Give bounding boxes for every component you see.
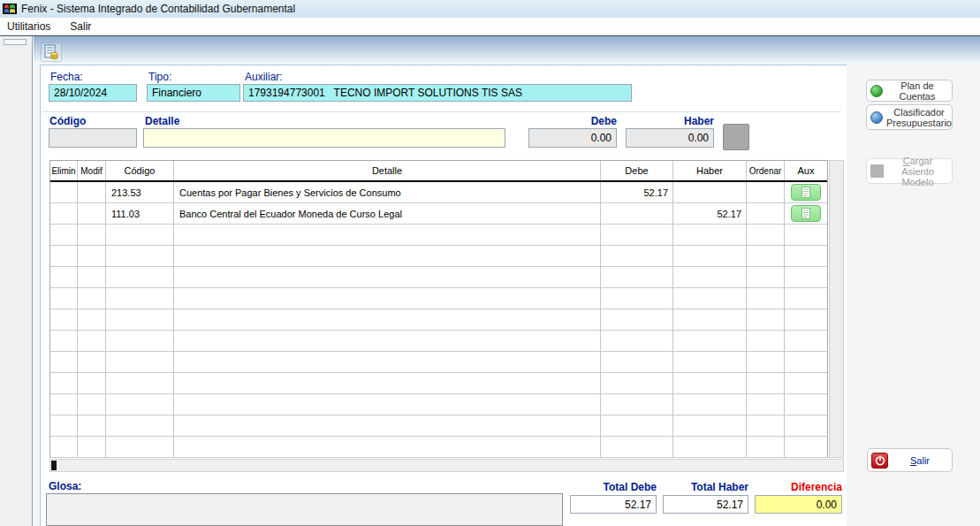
cell-modif[interactable] (78, 182, 106, 203)
empty-cell[interactable] (747, 437, 785, 458)
empty-cell[interactable] (785, 437, 827, 458)
fecha-input[interactable]: 28/10/2024 (49, 84, 137, 102)
empty-cell[interactable] (673, 225, 747, 246)
empty-cell[interactable] (601, 415, 673, 437)
empty-cell[interactable] (50, 352, 78, 373)
empty-cell[interactable] (106, 267, 174, 288)
empty-cell[interactable] (78, 415, 106, 437)
table-empty-row[interactable] (50, 331, 827, 352)
empty-cell[interactable] (785, 394, 827, 415)
empty-cell[interactable] (106, 437, 174, 458)
empty-cell[interactable] (673, 331, 747, 352)
table-empty-row[interactable] (50, 288, 827, 309)
table-empty-row[interactable] (50, 437, 827, 458)
empty-cell[interactable] (106, 394, 174, 415)
empty-cell[interactable] (747, 225, 785, 246)
empty-cell[interactable] (785, 246, 827, 267)
empty-cell[interactable] (601, 267, 673, 288)
empty-cell[interactable] (673, 288, 747, 309)
glosa-textarea[interactable]: Pago del Comprobante : GAS-2024-OCT-0001… (46, 493, 563, 526)
empty-cell[interactable] (106, 331, 174, 352)
auxiliar-input[interactable]: 1793194773001 TECNO IMPORT SOLUTIONS TIS… (243, 84, 632, 102)
cell-ordenar[interactable] (747, 182, 785, 203)
empty-cell[interactable] (50, 373, 78, 394)
empty-cell[interactable] (50, 267, 78, 288)
table-vertical-scrollbar[interactable] (829, 160, 844, 458)
empty-cell[interactable] (673, 437, 747, 458)
empty-cell[interactable] (78, 309, 106, 331)
empty-cell[interactable] (106, 309, 174, 331)
table-row[interactable]: 213.53 Cuentas por Pagar Bienes y Servic… (50, 182, 827, 203)
cell-ordenar[interactable] (747, 203, 785, 225)
empty-cell[interactable] (78, 373, 106, 394)
empty-cell[interactable] (785, 331, 827, 352)
empty-cell[interactable] (601, 331, 673, 352)
empty-cell[interactable] (747, 331, 785, 352)
table-empty-row[interactable] (50, 267, 827, 288)
empty-cell[interactable] (78, 225, 106, 246)
table-empty-row[interactable] (50, 373, 827, 394)
empty-cell[interactable] (174, 246, 601, 267)
empty-cell[interactable] (78, 267, 106, 288)
empty-cell[interactable] (50, 225, 78, 246)
splitter-grip[interactable] (4, 39, 27, 45)
empty-cell[interactable] (785, 309, 827, 331)
empty-cell[interactable] (785, 373, 827, 394)
empty-cell[interactable] (174, 415, 601, 437)
empty-cell[interactable] (78, 352, 106, 373)
detalle-input[interactable] (143, 128, 505, 148)
empty-cell[interactable] (747, 309, 785, 331)
empty-cell[interactable] (174, 394, 601, 415)
empty-cell[interactable] (601, 246, 673, 267)
empty-cell[interactable] (673, 352, 747, 373)
empty-cell[interactable] (601, 394, 673, 415)
empty-cell[interactable] (78, 331, 106, 352)
clasificador-presupuestario-button[interactable]: Clasificador Presupuestario (866, 104, 953, 130)
codigo-input[interactable] (49, 128, 137, 148)
table-row[interactable]: 111.03 Banco Central del Ecuador Moneda … (50, 203, 827, 225)
table-empty-row[interactable] (50, 415, 827, 437)
horizontal-scroll-thumb[interactable] (51, 461, 57, 470)
empty-cell[interactable] (673, 394, 747, 415)
empty-cell[interactable] (50, 309, 78, 331)
empty-cell[interactable] (673, 415, 747, 437)
empty-cell[interactable] (174, 352, 601, 373)
empty-cell[interactable] (785, 352, 827, 373)
empty-cell[interactable] (174, 331, 601, 352)
menu-utilitarios[interactable]: Utilitarios (7, 20, 50, 33)
empty-cell[interactable] (747, 267, 785, 288)
empty-cell[interactable] (106, 415, 174, 437)
empty-cell[interactable] (78, 394, 106, 415)
empty-cell[interactable] (747, 415, 785, 437)
empty-cell[interactable] (747, 394, 785, 415)
table-empty-row[interactable] (50, 394, 827, 415)
empty-cell[interactable] (174, 267, 601, 288)
empty-cell[interactable] (50, 437, 78, 458)
copy-voucher-button[interactable] (41, 42, 62, 62)
empty-cell[interactable] (106, 373, 174, 394)
haber-input[interactable]: 0.00 (626, 128, 714, 148)
empty-cell[interactable] (174, 225, 601, 246)
empty-cell[interactable] (106, 225, 174, 246)
cell-modif[interactable] (78, 203, 106, 225)
empty-cell[interactable] (601, 309, 673, 331)
empty-cell[interactable] (601, 437, 673, 458)
table-empty-row[interactable] (50, 225, 827, 246)
table-empty-row[interactable] (50, 246, 827, 267)
empty-cell[interactable] (785, 225, 827, 246)
empty-cell[interactable] (747, 288, 785, 309)
empty-cell[interactable] (50, 415, 78, 437)
empty-cell[interactable] (174, 288, 601, 309)
plan-de-cuentas-button[interactable]: Plan de Cuentas (866, 80, 953, 102)
empty-cell[interactable] (174, 309, 601, 331)
empty-cell[interactable] (50, 246, 78, 267)
empty-cell[interactable] (747, 246, 785, 267)
table-empty-row[interactable] (50, 309, 827, 331)
empty-cell[interactable] (785, 267, 827, 288)
empty-cell[interactable] (50, 394, 78, 415)
empty-cell[interactable] (174, 437, 601, 458)
empty-cell[interactable] (747, 352, 785, 373)
empty-cell[interactable] (601, 373, 673, 394)
empty-cell[interactable] (78, 246, 106, 267)
empty-cell[interactable] (50, 288, 78, 309)
